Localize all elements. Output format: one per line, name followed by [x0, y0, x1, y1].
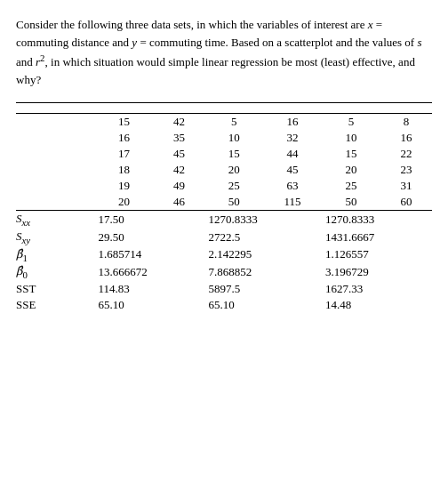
stat-label-SSE: SSE	[16, 297, 95, 313]
table-row: 184220452023	[16, 162, 432, 178]
cell-row5-col1: 46	[153, 194, 204, 211]
stat-label-beta1: β̂1	[16, 246, 95, 264]
stat-val2-beta0: 7.868852	[204, 263, 322, 281]
cell-row0-col0: 15	[95, 114, 154, 131]
table-row: 174515441522	[16, 146, 432, 162]
stat-val1-beta0: 13.666672	[95, 263, 205, 281]
table-row: 194925632531	[16, 178, 432, 194]
cell-row1-col2: 10	[204, 130, 263, 146]
stat-val1-Sxx: 17.50	[95, 211, 205, 229]
stat-val2-beta1: 2.142295	[204, 246, 322, 264]
cell-row2-col4: 15	[322, 146, 380, 162]
cell-row3-col5: 23	[380, 162, 432, 178]
row-label-empty	[16, 162, 95, 178]
stat-val1-Sxy: 29.50	[95, 229, 205, 246]
stat-val3-Sxx: 1270.8333	[322, 211, 432, 229]
stat-val2-SSE: 65.10	[204, 297, 322, 313]
stat-label-Sxy: Sxy	[16, 229, 95, 246]
stat-label-Sxx: Sxx	[16, 211, 95, 229]
dataset-label	[16, 103, 95, 110]
cell-row3-col1: 42	[153, 162, 204, 178]
cell-row4-col2: 25	[204, 178, 263, 194]
cell-row1-col4: 10	[322, 130, 380, 146]
stat-row-beta1: β̂11.6857142.1422951.126557	[16, 246, 432, 264]
stat-val2-Sxx: 1270.8333	[204, 211, 322, 229]
cell-row2-col5: 22	[380, 146, 432, 162]
stat-row-Sxy: Sxy29.502722.51431.6667	[16, 229, 432, 246]
stat-label-beta0: β̂0	[16, 263, 95, 281]
cell-row4-col5: 31	[380, 178, 432, 194]
cell-row1-col0: 16	[95, 130, 154, 146]
cell-row0-col1: 42	[153, 114, 204, 131]
cell-row2-col0: 17	[95, 146, 154, 162]
col3-header	[322, 103, 432, 110]
stat-val3-SST: 1627.33	[322, 281, 432, 297]
cell-row5-col0: 20	[95, 194, 154, 211]
cell-row5-col3: 115	[263, 194, 322, 211]
col2-header	[204, 103, 322, 110]
data-table: 1542516581635103210161745154415221842204…	[16, 102, 432, 312]
cell-row1-col1: 35	[153, 130, 204, 146]
stat-val1-SSE: 65.10	[95, 297, 205, 313]
cell-row4-col3: 63	[263, 178, 322, 194]
table-row: 2046501155060	[16, 194, 432, 211]
table-row: 163510321016	[16, 130, 432, 146]
stat-row-beta0: β̂013.6666727.8688523.196729	[16, 263, 432, 281]
cell-row4-col0: 19	[95, 178, 154, 194]
stat-label-SST: SST	[16, 281, 95, 297]
row-label-empty	[16, 114, 95, 131]
stat-row-SSE: SSE65.1065.1014.48	[16, 297, 432, 313]
stat-val1-beta1: 1.685714	[95, 246, 205, 264]
stat-val2-SST: 5897.5	[204, 281, 322, 297]
cell-row1-col5: 16	[380, 130, 432, 146]
stat-val3-Sxy: 1431.6667	[322, 229, 432, 246]
cell-row5-col2: 50	[204, 194, 263, 211]
cell-row5-col5: 60	[380, 194, 432, 211]
row-label-empty	[16, 178, 95, 194]
stat-val3-SSE: 14.48	[322, 297, 432, 313]
cell-row1-col3: 32	[263, 130, 322, 146]
stat-val2-Sxy: 2722.5	[204, 229, 322, 246]
cell-row3-col4: 20	[322, 162, 380, 178]
row-label-empty	[16, 146, 95, 162]
cell-row0-col4: 5	[322, 114, 380, 131]
intro-paragraph: Consider the following three data sets, …	[16, 16, 432, 88]
cell-row2-col2: 15	[204, 146, 263, 162]
stat-row-SST: SST114.835897.51627.33	[16, 281, 432, 297]
row-label-empty	[16, 194, 95, 211]
stat-val3-beta0: 3.196729	[322, 263, 432, 281]
cell-row0-col5: 8	[380, 114, 432, 131]
col1-header	[95, 103, 205, 110]
cell-row3-col2: 20	[204, 162, 263, 178]
cell-row4-col1: 49	[153, 178, 204, 194]
cell-row3-col3: 45	[263, 162, 322, 178]
stat-val1-SST: 114.83	[95, 281, 205, 297]
cell-row5-col4: 50	[322, 194, 380, 211]
table-row: 154251658	[16, 114, 432, 131]
cell-row2-col1: 45	[153, 146, 204, 162]
cell-row0-col3: 16	[263, 114, 322, 131]
cell-row3-col0: 18	[95, 162, 154, 178]
cell-row0-col2: 5	[204, 114, 263, 131]
stat-val3-beta1: 1.126557	[322, 246, 432, 264]
cell-row2-col3: 44	[263, 146, 322, 162]
stat-row-Sxx: Sxx17.501270.83331270.8333	[16, 211, 432, 229]
cell-row4-col4: 25	[322, 178, 380, 194]
row-label-empty	[16, 130, 95, 146]
